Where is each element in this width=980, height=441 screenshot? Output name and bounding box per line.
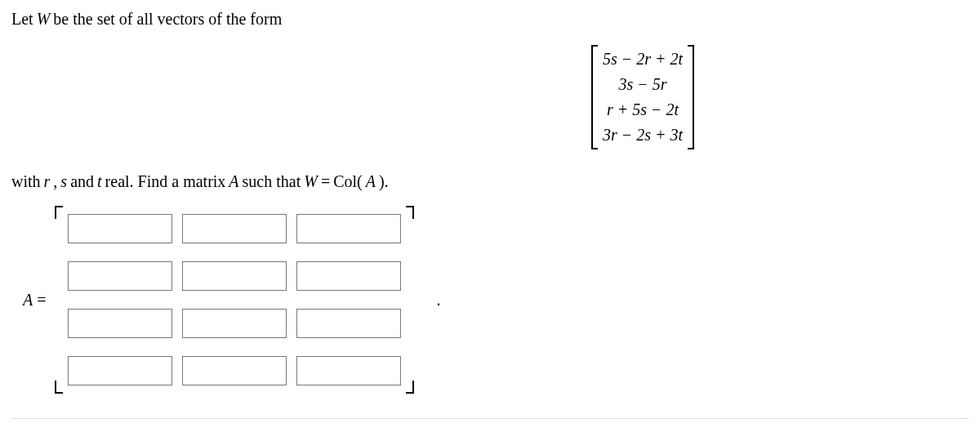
matrix-cell-3-1[interactable] — [68, 309, 172, 338]
var-r: r — [44, 172, 51, 191]
intro-prefix: Let — [11, 10, 33, 29]
vector-column: 5s − 2r + 2t 3s − 5r r + 5s − 2t 3r − 2s… — [598, 45, 688, 149]
bracket-right — [688, 45, 694, 149]
follow-mid2: such that — [243, 172, 301, 191]
matrix-cell-2-3[interactable] — [296, 261, 401, 291]
vector-row-2: 3s − 5r — [614, 72, 672, 97]
follow-close: ). — [379, 172, 389, 191]
divider — [11, 418, 969, 419]
answer-label: A = — [23, 291, 47, 310]
follow-eq: = — [321, 172, 330, 191]
bracket-left — [591, 45, 598, 149]
matrix-cell-4-2[interactable] — [182, 356, 287, 385]
answer-eq: = — [37, 291, 46, 309]
follow-prefix: with — [11, 172, 41, 191]
answer-area: A = . — [23, 206, 969, 394]
var-w-2: W — [304, 172, 318, 191]
var-t: t — [97, 172, 102, 191]
vector-row-1: 5s − 2r + 2t — [598, 47, 688, 72]
matrix-grid — [63, 206, 406, 394]
follow-and: and — [70, 172, 94, 191]
matrix-cell-1-2[interactable] — [182, 214, 287, 243]
question-intro: Let W be the set of all vectors of the f… — [11, 10, 969, 29]
vector-display: 5s − 2r + 2t 3s − 5r r + 5s − 2t 3r − 2s… — [591, 45, 969, 149]
vector-row-4: 3r − 2s + 3t — [598, 122, 688, 148]
var-s: s — [60, 172, 67, 191]
answer-a: A — [23, 291, 33, 309]
matrix-cell-4-1[interactable] — [68, 356, 172, 385]
trailing-period: . — [437, 291, 441, 310]
matrix-bracket-left — [55, 206, 63, 394]
matrix-cell-1-3[interactable] — [296, 214, 401, 243]
matrix-cell-3-2[interactable] — [182, 309, 287, 338]
matrix-input-bracketed — [55, 206, 414, 394]
matrix-cell-4-3[interactable] — [296, 356, 401, 385]
matrix-bracket-right — [406, 206, 414, 394]
follow-mid: real. Find a matrix — [105, 172, 226, 191]
question-follow: with r , s and t real. Find a matrix A s… — [11, 172, 969, 191]
matrix-cell-2-1[interactable] — [68, 261, 172, 291]
matrix-cell-1-1[interactable] — [68, 214, 172, 243]
matrix-cell-3-3[interactable] — [296, 309, 401, 338]
follow-comma: , — [53, 172, 57, 191]
var-a-2: A — [366, 172, 376, 191]
intro-rest: be the set of all vectors of the form — [53, 10, 282, 29]
var-a: A — [229, 172, 238, 191]
matrix-cell-2-2[interactable] — [182, 261, 287, 291]
follow-col: Col( — [333, 172, 363, 191]
set-variable-w: W — [37, 10, 51, 29]
vector-row-3: r + 5s − 2t — [602, 97, 684, 122]
